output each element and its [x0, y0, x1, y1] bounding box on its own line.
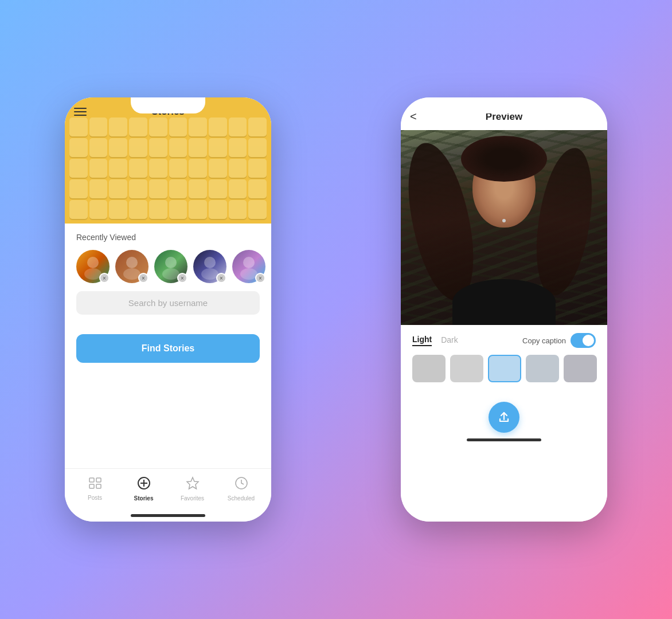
- keyboard-key: [69, 138, 88, 157]
- search-input-wrap[interactable]: Search by username: [76, 291, 260, 315]
- avatar-item-2[interactable]: ×: [115, 250, 149, 283]
- keyboard-key: [229, 159, 247, 178]
- svg-rect-13: [96, 484, 101, 488]
- scheduled-icon: [235, 476, 248, 493]
- svg-rect-12: [89, 484, 94, 488]
- filter-thumb-1[interactable]: [412, 355, 446, 382]
- avatar-remove-4[interactable]: ×: [216, 273, 226, 283]
- avatar-remove-1[interactable]: ×: [99, 273, 110, 283]
- hamburger-line-2: [74, 111, 87, 112]
- keyboard-key: [69, 159, 88, 178]
- left-phone: Stories Recently Viewed ×: [65, 97, 271, 522]
- avatar-item-1[interactable]: ×: [76, 250, 110, 283]
- favorites-icon: [186, 476, 200, 493]
- preview-screen: < Preview: [401, 97, 607, 522]
- keyboard-key: [169, 138, 187, 157]
- svg-point-4: [165, 257, 177, 268]
- keyboard-key: [109, 179, 127, 198]
- search-placeholder: Search by username: [85, 298, 251, 308]
- posts-icon: [88, 477, 102, 493]
- theme-dark[interactable]: Dark: [441, 335, 458, 346]
- share-button[interactable]: [489, 402, 519, 433]
- keyboard-key: [89, 138, 108, 157]
- keyboard-key: [69, 179, 88, 198]
- menu-icon[interactable]: [74, 108, 87, 116]
- svg-point-8: [243, 257, 255, 268]
- theme-row: Light Dark: [412, 335, 458, 346]
- home-indicator-right: [467, 438, 541, 441]
- hamburger-line-1: [74, 108, 87, 109]
- tab-scheduled-label: Scheduled: [228, 495, 255, 502]
- theme-light[interactable]: Light: [412, 335, 432, 346]
- keyboard-key: [209, 179, 227, 198]
- filter-thumb-3[interactable]: [488, 355, 521, 382]
- keyboard-key: [229, 138, 247, 157]
- tab-bar: Posts Stories: [65, 468, 271, 514]
- svg-rect-10: [89, 478, 94, 482]
- keyboard-key: [129, 138, 147, 157]
- share-btn-area: [401, 390, 607, 438]
- preview-controls: Light Dark Copy caption: [401, 325, 607, 390]
- share-icon: [498, 411, 510, 424]
- filter-thumb-4[interactable]: [526, 355, 559, 382]
- tab-scheduled[interactable]: Scheduled: [224, 476, 259, 502]
- notch-left: [131, 97, 205, 113]
- svg-marker-17: [187, 477, 198, 489]
- keyboard-key: [129, 200, 147, 219]
- keyboard-key: [109, 159, 127, 178]
- home-indicator-left: [131, 514, 205, 517]
- keyboard-key: [248, 179, 267, 198]
- keyboard-key: [149, 159, 167, 178]
- recently-viewed-label: Recently Viewed: [76, 233, 260, 242]
- tab-favorites[interactable]: Favorites: [175, 476, 210, 502]
- keyboard-key: [149, 200, 167, 219]
- svg-point-6: [204, 257, 216, 268]
- avatars-row: × × ×: [76, 250, 260, 283]
- preview-image: [401, 130, 607, 325]
- keyboard-key: [89, 200, 108, 219]
- left-half: Stories Recently Viewed ×: [0, 0, 336, 619]
- keyboard-key: [149, 138, 167, 157]
- avatar-remove-5[interactable]: ×: [255, 273, 265, 283]
- copy-caption-row: Copy caption: [522, 333, 596, 348]
- svg-point-0: [87, 257, 99, 268]
- keyboard-key: [129, 179, 147, 198]
- keyboard-key: [109, 200, 127, 219]
- find-stories-button[interactable]: Find Stories: [76, 334, 260, 363]
- keyboard-key: [189, 159, 207, 178]
- tab-stories[interactable]: Stories: [127, 476, 161, 502]
- avatar-remove-3[interactable]: ×: [177, 273, 187, 283]
- copy-caption-toggle[interactable]: [571, 333, 596, 348]
- controls-row: Light Dark Copy caption: [412, 333, 596, 348]
- keyboard-key: [89, 159, 108, 178]
- tab-posts[interactable]: Posts: [78, 477, 112, 501]
- back-button[interactable]: <: [410, 110, 427, 123]
- avatar-remove-2[interactable]: ×: [138, 273, 149, 283]
- keyboard-key: [229, 179, 247, 198]
- keyboard-key: [209, 159, 227, 178]
- keyboard-key: [149, 179, 167, 198]
- right-phone: < Preview: [401, 97, 607, 522]
- copy-caption-label: Copy caption: [522, 336, 566, 345]
- keyboard-key: [169, 179, 187, 198]
- avatar-item-4[interactable]: ×: [193, 250, 226, 283]
- stories-header-area: Stories: [65, 97, 271, 224]
- keyboard-key: [189, 200, 207, 219]
- stories-icon: [137, 476, 151, 493]
- tab-posts-label: Posts: [88, 495, 102, 501]
- keyboard-key: [169, 200, 187, 219]
- stories-body: Recently Viewed × ×: [65, 224, 271, 468]
- avatar-item-3[interactable]: ×: [154, 250, 187, 283]
- svg-point-2: [126, 257, 138, 268]
- keyboard-key: [169, 159, 187, 178]
- filter-row: [412, 355, 596, 382]
- keyboard-key: [89, 179, 108, 198]
- keyboard-key: [248, 138, 267, 157]
- keyboard-key: [209, 138, 227, 157]
- keyboard-key: [248, 159, 267, 178]
- filter-thumb-5[interactable]: [564, 355, 597, 382]
- keyboard-key: [109, 138, 127, 157]
- avatar-item-5[interactable]: ×: [232, 250, 265, 283]
- filter-thumb-2[interactable]: [450, 355, 483, 382]
- tab-favorites-label: Favorites: [181, 495, 204, 502]
